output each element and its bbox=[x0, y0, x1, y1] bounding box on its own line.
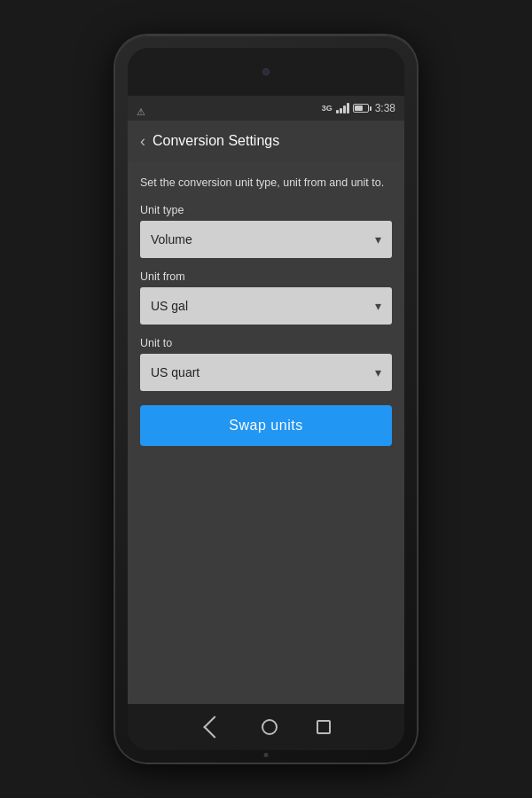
screen: 3G 3:38 bbox=[128, 96, 404, 704]
unit-to-dropdown[interactable]: US quart Liter Milliliter Fluid ounce Im… bbox=[140, 354, 392, 391]
app-header: ‹ Conversion Settings bbox=[128, 121, 404, 161]
status-right: 3G 3:38 bbox=[322, 102, 395, 114]
description-text: Set the conversion unit type, unit from … bbox=[140, 176, 392, 192]
content-area: Set the conversion unit type, unit from … bbox=[128, 161, 404, 704]
unit-type-dropdown[interactable]: Volume Length Mass Temperature Area Spee… bbox=[140, 221, 392, 258]
clock: 3:38 bbox=[375, 102, 395, 114]
signal-bar-4 bbox=[347, 103, 349, 113]
unit-to-group: Unit to US quart Liter Milliliter Fluid … bbox=[140, 337, 392, 391]
battery-fill bbox=[355, 106, 364, 111]
status-bar: 3G 3:38 bbox=[128, 96, 404, 121]
unit-from-dropdown[interactable]: US gal Liter Milliliter Fluid ounce Impe… bbox=[140, 287, 392, 325]
battery-icon bbox=[353, 104, 372, 113]
unit-type-group: Unit type Volume Length Mass Temperature… bbox=[140, 204, 392, 258]
back-button[interactable]: ‹ bbox=[140, 133, 145, 149]
nav-recent-button[interactable] bbox=[317, 720, 331, 734]
device: 3G 3:38 bbox=[115, 35, 417, 763]
signal-bar-1 bbox=[336, 110, 339, 113]
camera bbox=[262, 68, 270, 75]
nav-home-button[interactable] bbox=[262, 719, 278, 735]
back-nav-icon bbox=[203, 716, 225, 738]
unit-to-dropdown-wrapper: US quart Liter Milliliter Fluid ounce Im… bbox=[140, 354, 392, 391]
device-screen-area: 3G 3:38 bbox=[128, 48, 404, 750]
unit-from-dropdown-wrapper: US gal Liter Milliliter Fluid ounce Impe… bbox=[140, 287, 392, 325]
status-left bbox=[137, 103, 149, 113]
signal-bars bbox=[336, 103, 349, 113]
page-title: Conversion Settings bbox=[153, 133, 279, 149]
signal-bar-2 bbox=[340, 108, 342, 113]
unit-to-label: Unit to bbox=[140, 337, 392, 349]
swap-units-button[interactable]: Swap units bbox=[140, 405, 392, 446]
top-bezel bbox=[128, 48, 404, 96]
battery-body bbox=[353, 104, 369, 113]
unit-from-label: Unit from bbox=[140, 270, 392, 283]
recent-nav-icon bbox=[317, 720, 331, 734]
home-nav-icon bbox=[262, 719, 278, 735]
unit-from-group: Unit from US gal Liter Milliliter Fluid … bbox=[140, 270, 392, 325]
nav-bar bbox=[128, 704, 404, 750]
battery-tip bbox=[370, 106, 372, 111]
unit-type-dropdown-wrapper: Volume Length Mass Temperature Area Spee… bbox=[140, 221, 392, 258]
signal-bar-3 bbox=[343, 106, 346, 113]
nav-back-button[interactable] bbox=[201, 719, 223, 735]
bottom-indicator-dot bbox=[264, 753, 269, 757]
unit-type-label: Unit type bbox=[140, 204, 392, 216]
warning-icon bbox=[137, 103, 149, 113]
signal-label: 3G bbox=[322, 104, 332, 113]
